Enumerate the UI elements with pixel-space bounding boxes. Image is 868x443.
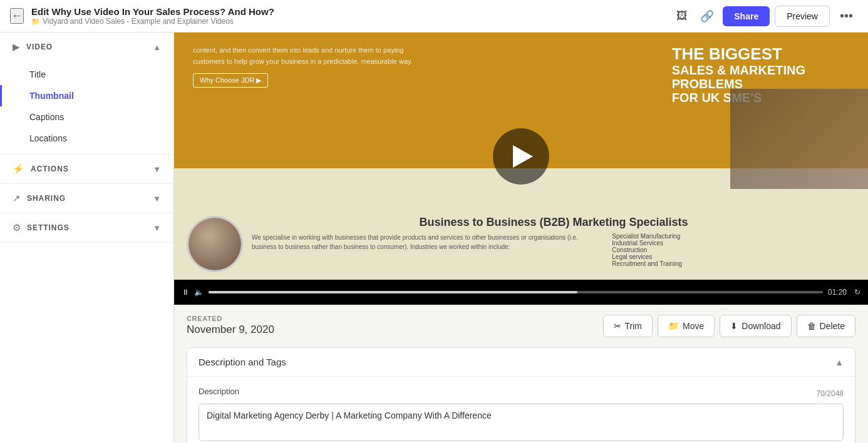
b2b-list-item-2: Industrial Services: [612, 240, 855, 247]
main-layout: ▶ VIDEO ▲ Title Thumbnail Captions Locat…: [0, 33, 868, 443]
play-icon: [513, 145, 533, 168]
download-icon: ⬇: [730, 321, 738, 331]
info-row: CREATED November 9, 2020 ✂ Trim 📁 Move ⬇…: [187, 315, 855, 337]
pause-icon[interactable]: ⏸: [182, 288, 189, 297]
play-button[interactable]: [493, 128, 549, 185]
sidebar-section-settings-header[interactable]: ⚙ SETTINGS ▼: [0, 213, 173, 242]
b2b-desc: We specialise in working with businesses…: [252, 233, 599, 267]
video-top-text: content, and then convert them into lead…: [193, 45, 521, 67]
sidebar-settings-label: SETTINGS: [27, 223, 70, 232]
b2b-section: Business to Business (B2B) Marketing Spe…: [174, 208, 868, 280]
description-label-row: Description 70/2048: [199, 387, 844, 400]
move-button[interactable]: 📁 Move: [658, 315, 715, 337]
b2b-list-item-3: Construction: [612, 247, 855, 253]
sidebar-actions-label: ACTIONS: [31, 165, 69, 173]
sidebar-section-video-header[interactable]: ▶ VIDEO ▲: [0, 33, 173, 61]
desc-card-body: Description 70/2048 Tags: [187, 377, 855, 443]
video-section-icon: ▶: [13, 41, 20, 53]
sidebar-item-title[interactable]: Title: [0, 64, 173, 85]
content-area: content, and then convert them into lead…: [174, 33, 868, 443]
move-label: Move: [683, 321, 704, 331]
header: ← Edit Why Use Video In Your Sales Proce…: [0, 0, 868, 33]
sidebar-item-captions[interactable]: Captions: [0, 106, 173, 128]
link-button[interactable]: 🔗: [696, 6, 718, 27]
move-icon: 📁: [668, 321, 679, 331]
back-button[interactable]: ←: [10, 8, 24, 24]
b2b-list: Specialist Manufacturing Industrial Serv…: [612, 233, 855, 267]
people-bg: [730, 89, 868, 189]
collapse-icon: ▲: [835, 357, 844, 367]
created-info: CREATED November 9, 2020: [187, 315, 274, 336]
back-icon: ←: [11, 9, 23, 22]
b2b-title: Business to Business (B2B) Marketing Spe…: [252, 216, 855, 229]
folder-icon: 📁: [31, 18, 40, 26]
sidebar-video-items: Title Thumbnail Captions Locations: [0, 61, 173, 154]
sidebar-video-header-left: ▶ VIDEO: [13, 41, 53, 53]
video-progress-bar[interactable]: [209, 291, 823, 293]
download-label: Download: [741, 321, 780, 331]
sidebar-sharing-label: SHARING: [27, 194, 66, 203]
description-card: Description and Tags ▲ Description 70/20…: [187, 347, 855, 443]
b2b-content: Business to Business (B2B) Marketing Spe…: [252, 216, 855, 267]
video-container: content, and then convert them into lead…: [174, 33, 868, 305]
sidebar-section-sharing-header[interactable]: ↗ SHARING ▼: [0, 184, 173, 213]
b2b-list-item-1: Specialist Manufacturing: [612, 233, 855, 240]
trim-button[interactable]: ✂ Trim: [603, 315, 653, 337]
overlay-line1: THE BIGGEST: [672, 45, 805, 63]
breadcrumb-text: Vidyard and Video Sales - Example and Ex…: [43, 17, 234, 26]
chevron-down-icon-sharing: ▼: [153, 194, 161, 203]
sidebar-section-sharing: ↗ SHARING ▼: [0, 184, 173, 213]
trim-label: Trim: [625, 321, 642, 331]
sharing-section-icon: ↗: [13, 193, 21, 204]
below-video-area: CREATED November 9, 2020 ✂ Trim 📁 Move ⬇…: [174, 305, 868, 443]
created-label: CREATED: [187, 315, 274, 322]
actions-section-icon: ⚡: [13, 163, 24, 175]
share-button[interactable]: Share: [723, 6, 770, 26]
video-progress-fill: [209, 291, 577, 293]
b2b-list-item-5: Recruitment and Training: [612, 260, 855, 267]
sidebar-item-locations[interactable]: Locations: [0, 128, 173, 149]
description-counter: 70/2048: [817, 389, 844, 398]
sidebar-settings-header-left: ⚙ SETTINGS: [13, 222, 70, 233]
sidebar-item-thumbnail[interactable]: Thumbnail: [0, 85, 173, 106]
video-placeholder: content, and then convert them into lead…: [174, 33, 868, 280]
delete-button[interactable]: 🗑 Delete: [797, 315, 855, 337]
image-button[interactable]: 🖼: [673, 6, 691, 26]
sidebar-section-settings: ⚙ SETTINGS ▼: [0, 213, 173, 243]
why-choose-btn: Why Choose JDR ▶: [193, 73, 268, 88]
breadcrumb: 📁 Vidyard and Video Sales - Example and …: [31, 17, 673, 26]
sidebar-section-video: ▶ VIDEO ▲ Title Thumbnail Captions Locat…: [0, 33, 173, 155]
more-options-button[interactable]: •••: [835, 6, 858, 26]
volume-icon[interactable]: 🔈: [194, 288, 204, 297]
video-controls[interactable]: ⏸ 🔈 01:20 ↻: [174, 280, 868, 305]
chevron-down-icon-actions: ▼: [153, 165, 161, 174]
page-title: Edit Why Use Video In Your Sales Process…: [31, 6, 673, 17]
created-date: November 9, 2020: [187, 323, 274, 336]
chevron-down-icon-settings: ▼: [153, 223, 161, 233]
desc-card-header[interactable]: Description and Tags ▲: [187, 348, 855, 377]
b2b-columns: We specialise in working with businesses…: [252, 233, 855, 267]
desc-card-title: Description and Tags: [199, 357, 286, 367]
sidebar-actions-header-left: ⚡ ACTIONS: [13, 163, 69, 175]
sidebar-sharing-header-left: ↗ SHARING: [13, 193, 66, 204]
delete-label: Delete: [820, 321, 845, 331]
header-title-area: Edit Why Use Video In Your Sales Process…: [31, 6, 673, 26]
action-buttons: ✂ Trim 📁 Move ⬇ Download 🗑 Delete: [603, 315, 855, 337]
b2b-list-item-4: Legal services: [612, 253, 855, 260]
trim-icon: ✂: [614, 321, 621, 331]
delete-icon: 🗑: [807, 321, 816, 331]
b2b-avatar: [187, 216, 243, 272]
description-textarea[interactable]: [199, 404, 844, 441]
refresh-icon[interactable]: ↻: [854, 288, 860, 297]
chevron-up-icon: ▲: [153, 43, 161, 52]
header-actions: 🖼 🔗 Share Preview •••: [673, 6, 858, 27]
overlay-line2: SALES & MARKETING: [672, 63, 805, 77]
preview-button[interactable]: Preview: [775, 6, 830, 27]
download-button[interactable]: ⬇ Download: [720, 315, 791, 337]
description-field-row: Description 70/2048: [199, 387, 844, 443]
video-time: 01:20: [828, 288, 847, 297]
sidebar-section-actions-header[interactable]: ⚡ ACTIONS ▼: [0, 155, 173, 183]
sidebar-section-actions: ⚡ ACTIONS ▼: [0, 155, 173, 184]
description-field-label: Description: [199, 387, 239, 396]
settings-section-icon: ⚙: [13, 222, 21, 233]
